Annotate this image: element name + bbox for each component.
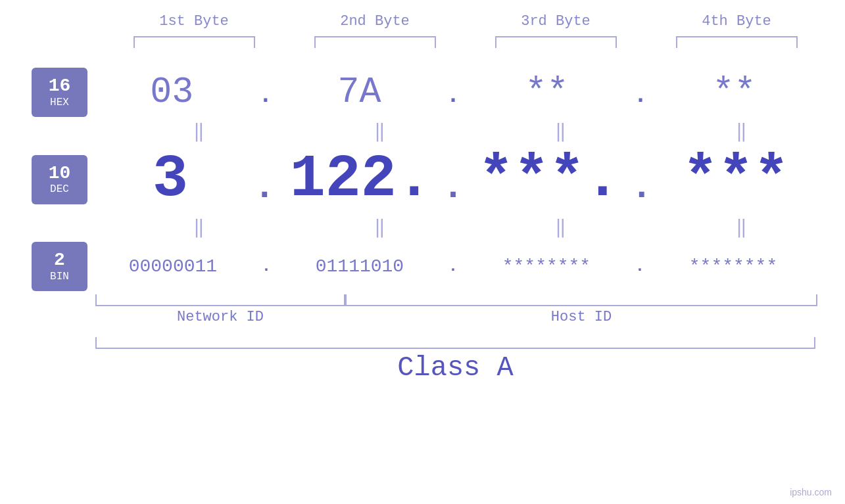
hex-b2: 7A: [290, 72, 428, 113]
bracket-top-3: [495, 36, 617, 48]
host-id-label: Host ID: [345, 309, 817, 325]
eq2-b1: ‖: [130, 216, 268, 239]
hex-b1: 03: [103, 72, 241, 113]
bin-b2: 01111010: [291, 256, 429, 277]
eq2-b2: ‖: [311, 216, 449, 239]
hex-dot-3: .: [633, 82, 648, 109]
network-id-label: Network ID: [95, 309, 345, 325]
byte2-header: 2nd Byte: [302, 13, 447, 30]
eq2-b3: ‖: [492, 216, 630, 239]
equals-row-2: ‖ ‖ ‖ ‖: [109, 213, 832, 242]
bin-row: 2 BIN 00000011 . 01111010 . ******** . *…: [0, 242, 845, 291]
dec-b1: 3: [101, 146, 239, 213]
equals-row-1: ‖ ‖ ‖ ‖: [109, 117, 832, 146]
bin-badge-label: BIN: [50, 271, 69, 283]
bin-b4: ********: [664, 256, 802, 277]
dec-b4: ***: [667, 146, 805, 213]
bin-dot-3: .: [635, 258, 644, 275]
dec-dot-2: .: [442, 167, 464, 208]
bin-badge: 2 BIN: [32, 242, 87, 291]
dec-bytes: 3 . 122. . ***. . ***: [94, 146, 845, 213]
bin-badge-number: 2: [54, 250, 65, 271]
eq1-b3: ‖: [492, 120, 630, 143]
hex-dot-1: .: [258, 82, 273, 109]
hex-badge-label: HEX: [50, 97, 69, 108]
dec-badge-number: 10: [49, 164, 71, 184]
eq1-b2: ‖: [311, 120, 449, 143]
bracket-top-4: [676, 36, 798, 48]
class-bracket: [95, 337, 815, 349]
byte1-header: 1st Byte: [122, 13, 266, 30]
eq1-b4: ‖: [673, 120, 811, 143]
top-brackets: [104, 36, 827, 48]
hex-dot-2: .: [446, 82, 460, 109]
hex-badge-number: 16: [49, 76, 71, 97]
eq2-b4: ‖: [673, 216, 811, 239]
hex-b3: **: [478, 72, 616, 113]
bin-b1: 00000011: [104, 256, 242, 277]
byte3-header: 3rd Byte: [483, 13, 628, 30]
bin-b3: ********: [477, 256, 616, 277]
bin-dot-1: .: [262, 258, 271, 275]
dec-dot-3: .: [631, 167, 652, 208]
eq1-b1: ‖: [130, 120, 268, 143]
hex-b4: **: [665, 72, 804, 113]
hex-badge: 16 HEX: [32, 68, 87, 117]
byte4-header: 4th Byte: [664, 13, 809, 30]
network-id-bracket: [95, 294, 345, 306]
dec-b3: ***.: [478, 146, 616, 213]
main-container: 1st Byte 2nd Byte 3rd Byte 4th Byte 16 H…: [0, 0, 845, 504]
bracket-top-2: [314, 36, 436, 48]
bottom-labels-section: Network ID Host ID Class A: [0, 294, 845, 446]
dec-badge: 10 DEC: [32, 155, 87, 204]
hex-row: 16 HEX 03 . 7A . ** . **: [0, 68, 845, 117]
host-id-bracket: [345, 294, 817, 306]
bracket-top-1: [133, 36, 255, 48]
bin-bytes: 00000011 . 01111010 . ******** . *******…: [94, 256, 845, 277]
dec-dot-1: .: [254, 167, 276, 208]
watermark: ipshu.com: [790, 487, 832, 497]
hex-bytes: 03 . 7A . ** . **: [94, 72, 845, 113]
byte-headers: 1st Byte 2nd Byte 3rd Byte 4th Byte: [104, 13, 827, 30]
dec-row: 10 DEC 3 . 122. . ***. . ***: [0, 146, 845, 213]
dec-badge-label: DEC: [50, 183, 69, 195]
bin-dot-2: .: [448, 258, 458, 275]
dec-b2: 122.: [290, 146, 428, 213]
class-label: Class A: [95, 352, 815, 384]
